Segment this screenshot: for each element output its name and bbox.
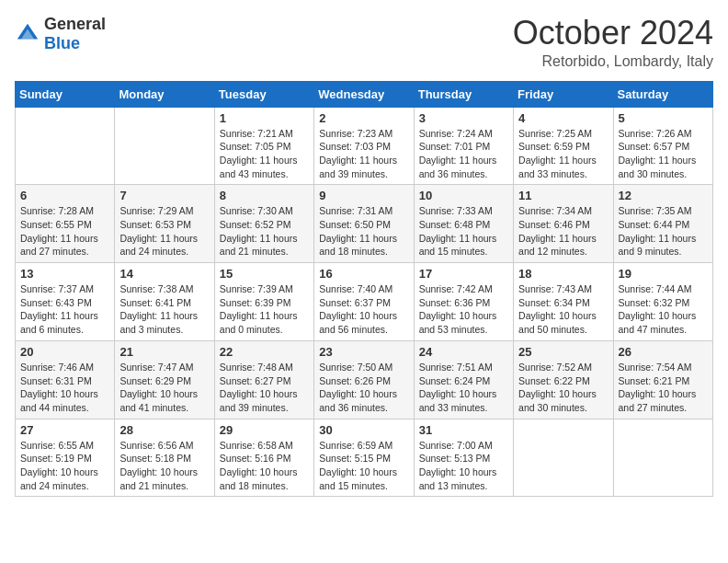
- day-number: 1: [220, 111, 309, 125]
- logo: General Blue: [15, 15, 106, 53]
- day-cell: 17Sunrise: 7:42 AM Sunset: 6:36 PM Dayli…: [414, 263, 513, 341]
- day-info: Sunrise: 7:23 AM Sunset: 7:03 PM Dayligh…: [319, 127, 408, 181]
- day-cell: 6Sunrise: 7:28 AM Sunset: 6:55 PM Daylig…: [16, 185, 115, 263]
- day-cell: [514, 419, 613, 497]
- day-number: 6: [20, 189, 109, 202]
- day-info: Sunrise: 7:39 AM Sunset: 6:39 PM Dayligh…: [220, 282, 309, 337]
- day-number: 9: [319, 189, 408, 202]
- day-number: 4: [518, 111, 608, 125]
- week-row-5: 27Sunrise: 6:55 AM Sunset: 5:19 PM Dayli…: [16, 419, 713, 497]
- day-cell: 16Sunrise: 7:40 AM Sunset: 6:37 PM Dayli…: [314, 263, 414, 341]
- day-number: 21: [119, 345, 209, 359]
- day-cell: 20Sunrise: 7:46 AM Sunset: 6:31 PM Dayli…: [16, 340, 115, 419]
- day-info: Sunrise: 7:37 AM Sunset: 6:43 PM Dayligh…: [20, 282, 109, 337]
- day-info: Sunrise: 7:42 AM Sunset: 6:36 PM Dayligh…: [419, 282, 508, 337]
- page-header: General Blue October 2024 Retorbido, Lom…: [15, 15, 713, 70]
- day-cell: [613, 419, 712, 497]
- day-info: Sunrise: 7:30 AM Sunset: 6:52 PM Dayligh…: [220, 204, 309, 259]
- day-cell: 5Sunrise: 7:26 AM Sunset: 6:57 PM Daylig…: [613, 107, 712, 185]
- day-cell: 30Sunrise: 6:59 AM Sunset: 5:15 PM Dayli…: [314, 419, 414, 497]
- day-cell: 13Sunrise: 7:37 AM Sunset: 6:43 PM Dayli…: [16, 263, 115, 341]
- day-cell: 11Sunrise: 7:34 AM Sunset: 6:46 PM Dayli…: [514, 185, 613, 263]
- day-cell: 18Sunrise: 7:43 AM Sunset: 6:34 PM Dayli…: [514, 263, 613, 341]
- day-number: 19: [619, 267, 708, 281]
- day-number: 18: [518, 267, 608, 281]
- day-cell: 26Sunrise: 7:54 AM Sunset: 6:21 PM Dayli…: [613, 340, 712, 419]
- day-number: 25: [518, 345, 608, 359]
- day-number: 31: [419, 423, 508, 437]
- calendar-subtitle: Retorbido, Lombardy, Italy: [513, 53, 713, 70]
- week-row-4: 20Sunrise: 7:46 AM Sunset: 6:31 PM Dayli…: [16, 340, 713, 419]
- day-cell: 10Sunrise: 7:33 AM Sunset: 6:48 PM Dayli…: [414, 185, 513, 263]
- day-info: Sunrise: 7:47 AM Sunset: 6:29 PM Dayligh…: [119, 361, 209, 415]
- day-info: Sunrise: 7:33 AM Sunset: 6:48 PM Dayligh…: [419, 204, 508, 259]
- week-row-1: 1Sunrise: 7:21 AM Sunset: 7:05 PM Daylig…: [16, 107, 713, 185]
- day-info: Sunrise: 7:52 AM Sunset: 6:22 PM Dayligh…: [518, 361, 608, 415]
- header-saturday: Saturday: [613, 81, 712, 107]
- week-row-3: 13Sunrise: 7:37 AM Sunset: 6:43 PM Dayli…: [16, 263, 713, 341]
- day-info: Sunrise: 7:31 AM Sunset: 6:50 PM Dayligh…: [319, 204, 408, 259]
- day-info: Sunrise: 7:46 AM Sunset: 6:31 PM Dayligh…: [20, 361, 109, 415]
- week-row-2: 6Sunrise: 7:28 AM Sunset: 6:55 PM Daylig…: [16, 185, 713, 263]
- day-cell: [115, 107, 214, 185]
- day-number: 16: [319, 267, 408, 281]
- day-number: 3: [419, 111, 508, 125]
- day-info: Sunrise: 7:29 AM Sunset: 6:53 PM Dayligh…: [119, 204, 209, 259]
- day-number: 22: [220, 345, 309, 359]
- day-number: 7: [119, 189, 209, 202]
- day-info: Sunrise: 7:34 AM Sunset: 6:46 PM Dayligh…: [518, 204, 608, 259]
- day-info: Sunrise: 6:58 AM Sunset: 5:16 PM Dayligh…: [220, 439, 309, 493]
- day-number: 28: [119, 423, 209, 437]
- calendar-title: October 2024: [513, 15, 713, 52]
- day-number: 24: [419, 345, 508, 359]
- day-info: Sunrise: 7:40 AM Sunset: 6:37 PM Dayligh…: [319, 282, 408, 337]
- calendar-table: SundayMondayTuesdayWednesdayThursdayFrid…: [15, 81, 713, 498]
- day-info: Sunrise: 6:59 AM Sunset: 5:15 PM Dayligh…: [319, 439, 408, 493]
- calendar-header: SundayMondayTuesdayWednesdayThursdayFrid…: [16, 81, 713, 107]
- header-friday: Friday: [514, 81, 613, 107]
- header-wednesday: Wednesday: [314, 81, 414, 107]
- day-info: Sunrise: 7:26 AM Sunset: 6:57 PM Dayligh…: [619, 127, 708, 181]
- day-number: 8: [220, 189, 309, 202]
- day-info: Sunrise: 7:25 AM Sunset: 6:59 PM Dayligh…: [518, 127, 608, 181]
- day-info: Sunrise: 7:21 AM Sunset: 7:05 PM Dayligh…: [220, 127, 309, 181]
- day-info: Sunrise: 6:55 AM Sunset: 5:19 PM Dayligh…: [20, 439, 109, 493]
- day-cell: 8Sunrise: 7:30 AM Sunset: 6:52 PM Daylig…: [214, 185, 313, 263]
- day-info: Sunrise: 7:48 AM Sunset: 6:27 PM Dayligh…: [220, 361, 309, 415]
- day-info: Sunrise: 7:50 AM Sunset: 6:26 PM Dayligh…: [319, 361, 408, 415]
- day-info: Sunrise: 6:56 AM Sunset: 5:18 PM Dayligh…: [119, 439, 209, 493]
- day-number: 30: [319, 423, 408, 437]
- day-info: Sunrise: 7:51 AM Sunset: 6:24 PM Dayligh…: [419, 361, 508, 415]
- day-info: Sunrise: 7:44 AM Sunset: 6:32 PM Dayligh…: [619, 282, 708, 337]
- day-number: 5: [619, 111, 708, 125]
- day-cell: 31Sunrise: 7:00 AM Sunset: 5:13 PM Dayli…: [414, 419, 513, 497]
- day-number: 20: [20, 345, 109, 359]
- day-info: Sunrise: 7:00 AM Sunset: 5:13 PM Dayligh…: [419, 439, 508, 493]
- day-cell: 12Sunrise: 7:35 AM Sunset: 6:44 PM Dayli…: [613, 185, 712, 263]
- day-number: 26: [619, 345, 708, 359]
- day-cell: 9Sunrise: 7:31 AM Sunset: 6:50 PM Daylig…: [314, 185, 414, 263]
- day-number: 11: [518, 189, 608, 202]
- day-number: 15: [220, 267, 309, 281]
- day-number: 12: [619, 189, 708, 202]
- logo-icon: [15, 21, 40, 47]
- day-number: 2: [319, 111, 408, 125]
- day-cell: 21Sunrise: 7:47 AM Sunset: 6:29 PM Dayli…: [115, 340, 214, 419]
- day-cell: 14Sunrise: 7:38 AM Sunset: 6:41 PM Dayli…: [115, 263, 214, 341]
- header-monday: Monday: [115, 81, 214, 107]
- day-cell: 23Sunrise: 7:50 AM Sunset: 6:26 PM Dayli…: [314, 340, 414, 419]
- day-cell: 15Sunrise: 7:39 AM Sunset: 6:39 PM Dayli…: [214, 263, 313, 341]
- day-cell: 7Sunrise: 7:29 AM Sunset: 6:53 PM Daylig…: [115, 185, 214, 263]
- calendar-body: 1Sunrise: 7:21 AM Sunset: 7:05 PM Daylig…: [16, 107, 713, 497]
- day-number: 29: [220, 423, 309, 437]
- day-number: 10: [419, 189, 508, 202]
- day-cell: 2Sunrise: 7:23 AM Sunset: 7:03 PM Daylig…: [314, 107, 414, 185]
- day-cell: 28Sunrise: 6:56 AM Sunset: 5:18 PM Dayli…: [115, 419, 214, 497]
- day-info: Sunrise: 7:54 AM Sunset: 6:21 PM Dayligh…: [619, 361, 708, 415]
- day-cell: 3Sunrise: 7:24 AM Sunset: 7:01 PM Daylig…: [414, 107, 513, 185]
- day-info: Sunrise: 7:38 AM Sunset: 6:41 PM Dayligh…: [119, 282, 209, 337]
- day-cell: 25Sunrise: 7:52 AM Sunset: 6:22 PM Dayli…: [514, 340, 613, 419]
- day-cell: 27Sunrise: 6:55 AM Sunset: 5:19 PM Dayli…: [16, 419, 115, 497]
- header-row: SundayMondayTuesdayWednesdayThursdayFrid…: [16, 81, 713, 107]
- logo-blue-text: Blue: [44, 34, 106, 53]
